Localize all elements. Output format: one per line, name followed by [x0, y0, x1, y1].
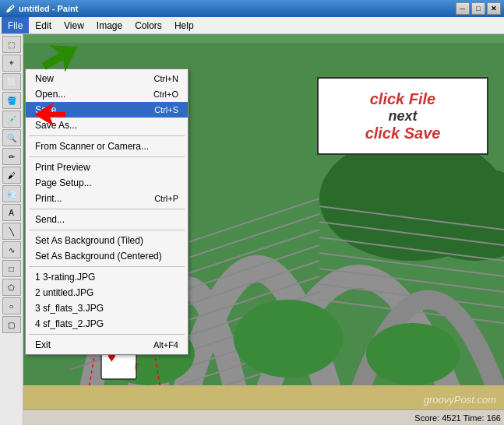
tool-line[interactable]: ╲ — [2, 223, 21, 240]
file-dropdown-menu: New Ctrl+N Open... Ctrl+O Save Ctrl+S Sa… — [25, 68, 189, 355]
menu-edit[interactable]: Edit — [29, 17, 58, 33]
tool-ellipse[interactable]: ○ — [2, 297, 21, 314]
tool-eyedropper[interactable]: 💉 — [2, 111, 21, 128]
tool-fill[interactable]: 🪣 — [2, 92, 21, 109]
tool-rounded-rect[interactable]: ▢ — [2, 316, 21, 333]
separator-2 — [29, 156, 185, 157]
menu-file[interactable]: File — [2, 17, 29, 33]
menu-item-printpreview[interactable]: Print Preview — [26, 160, 188, 175]
menu-item-recent3[interactable]: 3 sf_flats_3.JPG — [26, 300, 188, 316]
menu-item-save[interactable]: Save Ctrl+S — [26, 102, 188, 118]
tool-airbrush[interactable]: 💨 — [2, 185, 21, 202]
tool-curve[interactable]: ∿ — [2, 241, 21, 258]
instruction-line1: click File — [370, 90, 436, 108]
main-area: ⬚ ⌖ ⬜ 🪣 💉 🔍 ✏ 🖌 💨 A ╲ ∿ □ ⬠ ○ ▢ — [0, 34, 504, 425]
menu-item-pagesetup[interactable]: Page Setup... — [26, 175, 188, 191]
menu-item-new[interactable]: New Ctrl+N — [26, 71, 188, 86]
menu-item-saveas[interactable]: Save As... — [26, 118, 188, 133]
separator-4 — [29, 230, 185, 230]
menu-help[interactable]: Help — [168, 17, 200, 33]
separator-6 — [29, 334, 185, 335]
instruction-line3: click Save — [365, 125, 441, 142]
tool-rect[interactable]: □ — [2, 260, 21, 277]
maximize-button[interactable]: □ — [471, 2, 485, 15]
tool-text[interactable]: A — [2, 204, 21, 221]
tool-pencil[interactable]: ✏ — [2, 148, 21, 165]
instruction-line2: next — [388, 108, 417, 125]
tool-select-free[interactable]: ⌖ — [2, 54, 21, 72]
separator-3 — [29, 209, 185, 209]
app-icon: 🖌 — [3, 2, 16, 15]
menu-item-open[interactable]: Open... Ctrl+O — [26, 86, 188, 102]
canvas-area: J ♥ J ♥ Score: 4521 Time: 166 groovyPost… — [23, 34, 504, 425]
minimize-button[interactable]: ─ — [456, 2, 470, 15]
menu-item-send[interactable]: Send... — [26, 212, 188, 227]
menu-bar: File Edit View Image Colors Help — [0, 17, 504, 34]
menu-item-setbg-tiled[interactable]: Set As Background (Tiled) — [26, 233, 188, 248]
instruction-box: click File next click Save — [317, 77, 488, 155]
menu-item-recent2[interactable]: 2 untitled.JPG — [26, 285, 188, 300]
tool-select-rect[interactable]: ⬚ — [2, 36, 21, 53]
menu-item-scanner[interactable]: From Scanner or Camera... — [26, 139, 188, 154]
menu-item-recent1[interactable]: 1 3-rating.JPG — [26, 269, 188, 285]
tool-polygon[interactable]: ⬠ — [2, 279, 21, 296]
tool-brush[interactable]: 🖌 — [2, 167, 21, 184]
menu-colors[interactable]: Colors — [129, 17, 168, 33]
toolbar: ⬚ ⌖ ⬜ 🪣 💉 🔍 ✏ 🖌 💨 A ╲ ∿ □ ⬠ ○ ▢ — [0, 34, 23, 425]
separator-5 — [29, 266, 185, 267]
close-button[interactable]: ✕ — [487, 2, 501, 15]
menu-item-print[interactable]: Print... Ctrl+P — [26, 191, 188, 206]
menu-view[interactable]: View — [58, 17, 90, 33]
window-controls: ─ □ ✕ — [456, 2, 501, 15]
menu-item-recent4[interactable]: 4 sf_flats_2.JPG — [26, 316, 188, 332]
separator-1 — [29, 135, 185, 136]
window-title: untitled - Paint — [19, 4, 456, 13]
menu-image[interactable]: Image — [90, 17, 129, 33]
menu-item-setbg-centered[interactable]: Set As Background (Centered) — [26, 248, 188, 264]
menu-item-exit[interactable]: Exit Alt+F4 — [26, 337, 188, 353]
tool-eraser[interactable]: ⬜ — [2, 73, 21, 90]
title-bar: 🖌 untitled - Paint ─ □ ✕ — [0, 0, 504, 17]
tool-zoom[interactable]: 🔍 — [2, 129, 21, 146]
